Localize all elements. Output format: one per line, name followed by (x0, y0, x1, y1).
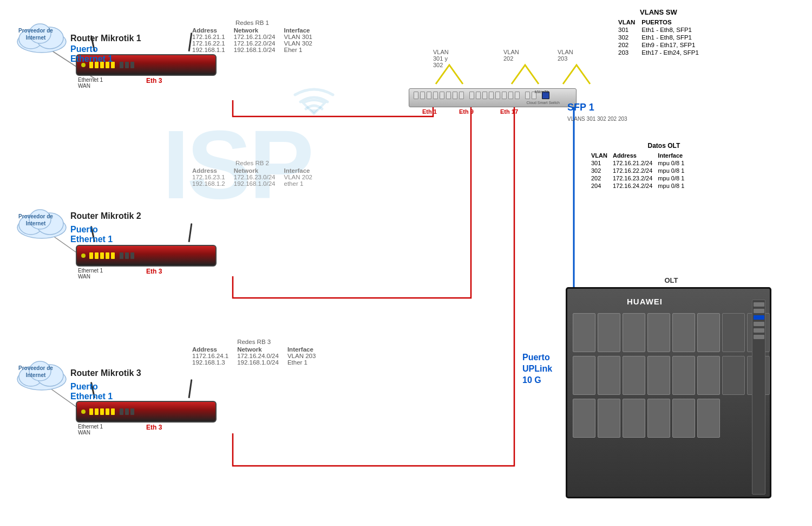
slot-18 (598, 399, 620, 438)
slot-10 (598, 356, 620, 395)
watermark-wifi (287, 81, 341, 135)
puertos-cell: Eth9 - Eth17, SFP1 (640, 41, 699, 49)
rb3-addr1: 1172.16.24.1 (192, 353, 228, 359)
olt-address-cell: 172.16.21.2/24 (612, 159, 657, 167)
slot-13 (672, 356, 695, 395)
router1-name: Router Mikrotik 1 (70, 34, 141, 43)
redes-rb2-title: Redes RB 2 Address 172.16.23.1 192.168.1… (192, 160, 312, 187)
r3-led (81, 410, 86, 414)
cloud3-label1: Proveedor de (18, 365, 53, 371)
olt-interface-header: Interface (657, 152, 685, 159)
antenna-3b (188, 379, 193, 398)
r2-port8 (130, 252, 134, 259)
r2-port6 (120, 252, 123, 259)
switch-eth1-label: Eth 1 (422, 108, 437, 115)
sw-port-17 (525, 92, 530, 99)
r1-port7 (125, 62, 129, 68)
r3-port8 (130, 408, 134, 415)
slot-6 (697, 313, 720, 352)
rb1-addr1: 172.16.21.1 (192, 34, 225, 40)
slot-20 (647, 399, 670, 438)
slot-22 (697, 399, 720, 438)
datos-olt-row: 202172.16.23.2/24mpu 0/8 1 (590, 174, 685, 182)
switch-brand-label: MikroTik (535, 90, 549, 94)
sw-port-5 (440, 92, 444, 99)
r3-port7 (125, 408, 129, 415)
puertos-col-header: PUERTOS (640, 18, 699, 26)
slot-21 (672, 399, 695, 438)
vlan-cell: 203 (617, 49, 640, 56)
sw-port-3 (427, 92, 431, 99)
puerto-label: Puerto UPLink 10 G (522, 352, 552, 386)
vlans-sw-row: 203Eth17 - Eth24, SFP1 (617, 49, 700, 56)
rb2-int1: VLAN 202 (284, 174, 312, 180)
router-3-area: Ethernet 1 WAN Eth 3 (76, 401, 217, 423)
rb1-int2: VLAN 302 (284, 40, 312, 47)
sw-port-6 (446, 92, 451, 99)
sw-port-15 (508, 92, 513, 99)
r1-port6 (120, 62, 123, 68)
olt-interface-cell: mpu 0/8 1 (657, 174, 685, 182)
sw-port-12 (489, 92, 494, 99)
vlans-sw-table: VLANS SW VLAN PUERTOS 301Eth1 - Eth8, SF… (617, 8, 700, 56)
switch-eth9-label: Eth 9 (459, 108, 474, 115)
r3-port6 (120, 408, 123, 415)
olt-rp-port2 (754, 309, 764, 313)
r2-led (81, 254, 86, 258)
router-3-body (76, 401, 217, 423)
rb1-interface-header: Interface (284, 27, 312, 34)
redes-rb1-title: Redes RB 1 Address 172.16.21.1 172.16.22… (192, 20, 312, 53)
sw-port-7 (453, 92, 457, 99)
router2-name: Router Mikrotik 2 (70, 211, 141, 221)
olt-address-cell: 172.16.23.2/24 (612, 174, 657, 182)
rb2-net2: 192.168.1.0/24 (234, 180, 276, 187)
slot-9 (573, 356, 595, 395)
switch-device: MikroTik Cloud Smart Switch (409, 88, 577, 107)
router3-eth-wan-label: Ethernet 1 WAN (78, 424, 103, 436)
cloud2-label1: Proveedor de (18, 213, 53, 219)
olt-rp-port4 (754, 328, 764, 333)
sw-port-9 (469, 92, 474, 99)
sw-port-2 (420, 92, 425, 99)
olt-rp-port5 (754, 335, 764, 339)
olt-brand: HUAWEI (627, 297, 663, 306)
cloud1-label1: Proveedor de (18, 28, 53, 34)
olt-interface-cell: mpu 0/8 1 (657, 182, 685, 190)
slot-14 (697, 356, 720, 395)
router2-eth-wan-label: Ethernet 1 WAN (78, 268, 103, 280)
vlan-col-header: VLAN (617, 18, 640, 26)
datos-olt-row: 302172.16.22.2/24mpu 0/8 1 (590, 167, 685, 174)
rb1-int1: VLAN 301 (284, 34, 312, 40)
rb2-int2: ether 1 (284, 180, 312, 187)
cloud-3: Proveedor de Internet (12, 355, 71, 395)
olt-address-cell: 172.16.22.2/24 (612, 167, 657, 174)
router1-puerto: Puerto Ethernet 1 (70, 44, 113, 64)
rb1-int3: Eher 1 (284, 47, 312, 53)
olt-uplink-port (754, 315, 764, 320)
rb2-network-header: Network (234, 167, 276, 174)
switch-title-label: Cloud Smart Switch (527, 101, 560, 105)
slot-17 (573, 399, 595, 438)
olt-vlan-cell: 204 (590, 182, 612, 190)
vlan-cell: 301 (617, 26, 640, 34)
rb3-address-header: Address (192, 346, 228, 353)
vlans-sw-row: 301Eth1 - Eth8, SFP1 (617, 26, 700, 34)
rb3-int2: Ether 1 (287, 359, 316, 366)
rb3-net2: 192.168.1.0/24 (237, 359, 279, 366)
sw-port-8 (459, 92, 464, 99)
rb1-addr3: 192.168.1.1 (192, 47, 225, 53)
puertos-cell: Eth17 - Eth24, SFP1 (640, 49, 699, 56)
puertos-cell: Eth1 - Eth8, SFP1 (640, 26, 699, 34)
r1-port8 (130, 62, 134, 68)
r3-port4 (106, 408, 109, 415)
slot-4 (647, 313, 670, 352)
olt-rp-port1 (754, 302, 764, 307)
cloud1-label2: Internet (26, 35, 46, 41)
vlans-sw-row: 202Eth9 - Eth17, SFP1 (617, 41, 700, 49)
olt-address-header: Address (612, 152, 657, 159)
puerto-uplink-label: Puerto UPLink 10 G (522, 352, 552, 386)
antenna-2b (188, 223, 193, 242)
switch-sfp1-label: SFP 1 VLANS 301 302 202 203 (567, 102, 627, 123)
vlan-cell: 302 (617, 34, 640, 41)
olt-right-panel (752, 300, 765, 495)
